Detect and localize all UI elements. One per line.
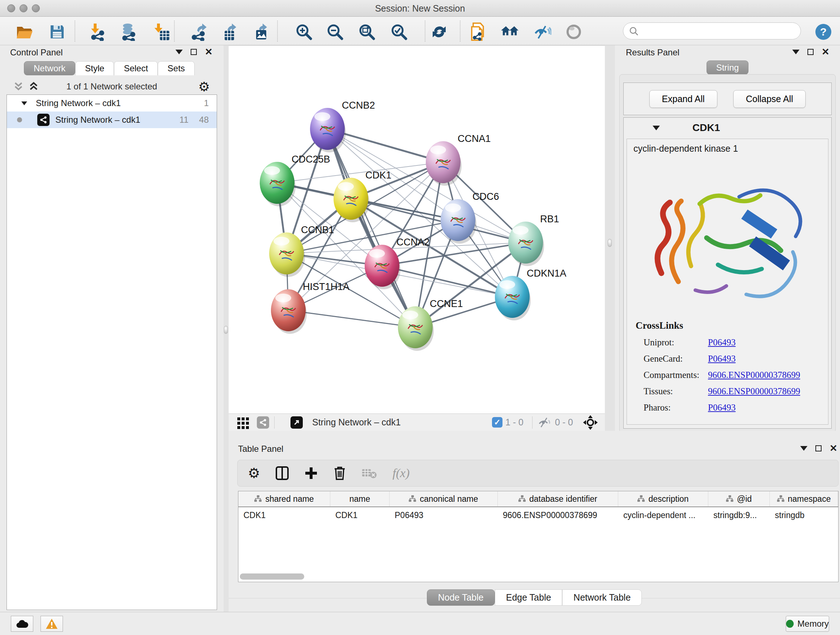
cloud-status-button[interactable]	[11, 616, 33, 632]
delete-table-icon[interactable]	[362, 467, 377, 479]
network-node-CCNB2[interactable]: CCNB2	[310, 100, 375, 152]
network-edge-CCNB2-CCNE1[interactable]	[327, 129, 415, 327]
network-edge-HIST1H1A-CCNE1[interactable]	[288, 310, 415, 327]
left-splitter[interactable]	[224, 45, 229, 612]
close-panel-icon[interactable]: ✕	[821, 49, 829, 55]
network-from-selection-button[interactable]	[470, 23, 488, 41]
network-node-HIST1H1A[interactable]: HIST1H1A	[271, 281, 349, 334]
add-column-icon[interactable]	[304, 466, 318, 480]
table-row[interactable]: CDK1CDK1P064939606.ENSP00000378699cyclin…	[238, 507, 838, 523]
refresh-button[interactable]	[430, 23, 448, 41]
protein-structure-image	[641, 160, 812, 312]
export-table-button[interactable]	[221, 23, 240, 41]
search-input[interactable]	[644, 24, 796, 38]
panel-menu-icon[interactable]	[792, 50, 799, 54]
delete-column-icon[interactable]	[333, 466, 346, 480]
crosslink-link[interactable]: P06493	[708, 354, 736, 364]
detach-view-icon[interactable]	[291, 416, 303, 429]
close-panel-icon[interactable]: ✕	[829, 445, 837, 451]
crosslink-link[interactable]: P06493	[708, 402, 736, 413]
float-panel-icon[interactable]	[191, 49, 197, 55]
collapse-all-button[interactable]: Collapse All	[733, 90, 806, 108]
expand-all-button[interactable]: Expand All	[649, 90, 717, 108]
grid-view-icon[interactable]	[237, 416, 249, 429]
first-neighbors-button[interactable]	[501, 23, 519, 41]
network-row[interactable]: String Network – cdk1 11 48	[7, 111, 217, 128]
table-cell[interactable]: P06493	[390, 507, 498, 523]
table-cell[interactable]: CDK1	[330, 507, 390, 523]
show-all-button[interactable]	[565, 23, 583, 41]
gene-section-header[interactable]: CDK1	[624, 118, 831, 138]
section-collapse-icon[interactable]	[653, 126, 660, 130]
panel-menu-icon[interactable]	[800, 446, 807, 451]
zoom-out-button[interactable]	[326, 23, 344, 41]
import-network-file-button[interactable]	[89, 23, 107, 41]
function-builder-icon[interactable]: f(x)	[393, 466, 409, 480]
column-header-namespace[interactable]: namespace	[770, 491, 838, 507]
zoom-selected-button[interactable]	[390, 23, 408, 41]
import-table-file-button[interactable]	[153, 23, 171, 41]
selected-checkbox-icon[interactable]: ✓	[492, 417, 502, 428]
export-network-button[interactable]	[189, 23, 208, 41]
toolbar-separator	[174, 21, 175, 42]
float-panel-icon[interactable]	[807, 49, 813, 55]
collection-expand-icon[interactable]	[21, 101, 27, 105]
column-header--id[interactable]: @id	[708, 491, 770, 507]
open-file-button[interactable]	[16, 23, 34, 41]
tab-edge-table[interactable]: Edge Table	[495, 589, 562, 606]
crosslink-link[interactable]: P06493	[708, 337, 736, 348]
network-view-title: String Network – cdk1	[312, 417, 401, 428]
network-collection-row[interactable]: String Network – cdk1 1	[7, 95, 217, 111]
warning-status-button[interactable]	[41, 616, 63, 632]
tab-sets[interactable]: Sets	[158, 61, 195, 75]
crosslink-link[interactable]: 9606.ENSP00000378699	[708, 386, 800, 396]
zoom-in-button[interactable]	[295, 23, 313, 41]
column-header-database-identifier[interactable]: database identifier	[498, 491, 618, 507]
tab-select[interactable]: Select	[114, 61, 158, 75]
right-splitter[interactable]	[605, 45, 615, 443]
memory-button[interactable]: Memory	[786, 616, 829, 632]
tab-string[interactable]: String	[706, 60, 749, 74]
float-panel-icon[interactable]	[815, 445, 821, 451]
horizontal-scrollbar-thumb[interactable]	[240, 573, 304, 580]
table-settings-gear-icon[interactable]: ⚙	[248, 465, 260, 481]
show-columns-icon[interactable]	[275, 466, 289, 480]
column-header-canonical-name[interactable]: canonical name	[390, 491, 498, 507]
network-node-CCNB1[interactable]: CCNB1	[269, 225, 334, 277]
birds-eye-toggle-icon[interactable]	[583, 415, 598, 431]
zoom-fit-button[interactable]	[358, 23, 376, 41]
gene-section: CDK1 cyclin-dependent kinase 1	[623, 117, 832, 429]
table-cell[interactable]: stringdb:9...	[708, 507, 770, 523]
network-view-icon[interactable]	[257, 416, 269, 429]
tab-network-table[interactable]: Network Table	[562, 589, 642, 606]
tab-network[interactable]: Network	[24, 61, 75, 75]
table-cell[interactable]: cyclin-dependent ...	[618, 507, 708, 523]
export-image-button[interactable]	[253, 23, 271, 41]
table-cell[interactable]: stringdb	[770, 507, 838, 523]
network-edge-CCNA2-CDKN1A[interactable]	[382, 266, 512, 297]
network-canvas[interactable]: CCNB2CCNA1CDC25BCDK1CDC6RB1CCNB1CCNA2CDK…	[229, 45, 605, 413]
gear-icon[interactable]: ⚙	[198, 79, 210, 95]
help-button[interactable]: ?	[814, 23, 832, 41]
network-node-CDC25B[interactable]: CDC25B	[260, 154, 330, 206]
tab-style[interactable]: Style	[75, 61, 114, 75]
tab-node-table[interactable]: Node Table	[427, 589, 495, 606]
network-node-CDKN1A[interactable]: CDKN1A	[495, 268, 567, 320]
save-session-button[interactable]	[48, 23, 66, 41]
hidden-eye-icon[interactable]	[538, 417, 552, 428]
column-header-shared-name[interactable]: shared name	[238, 491, 330, 507]
table-cell[interactable]: CDK1	[238, 507, 330, 523]
network-node-CCNE1[interactable]: CCNE1	[398, 298, 463, 351]
column-header-name[interactable]: name	[330, 491, 390, 507]
network-node-RB1[interactable]: RB1	[508, 214, 559, 266]
table-cell[interactable]: 9606.ENSP00000378699	[498, 507, 618, 523]
import-network-database-button[interactable]	[119, 23, 137, 41]
column-header-description[interactable]: description	[618, 491, 708, 507]
hide-selected-button[interactable]	[533, 23, 551, 41]
close-panel-icon[interactable]: ✕	[205, 49, 213, 55]
network-node-CDK1[interactable]: CDK1	[333, 170, 392, 222]
control-panel: Control Panel ✕ NetworkStyleSelectSets 1…	[0, 45, 224, 612]
crosslink-link[interactable]: 9606.ENSP00000378699	[708, 370, 800, 380]
control-panel-tabs: NetworkStyleSelectSets	[24, 61, 195, 75]
panel-menu-icon[interactable]	[175, 50, 183, 54]
